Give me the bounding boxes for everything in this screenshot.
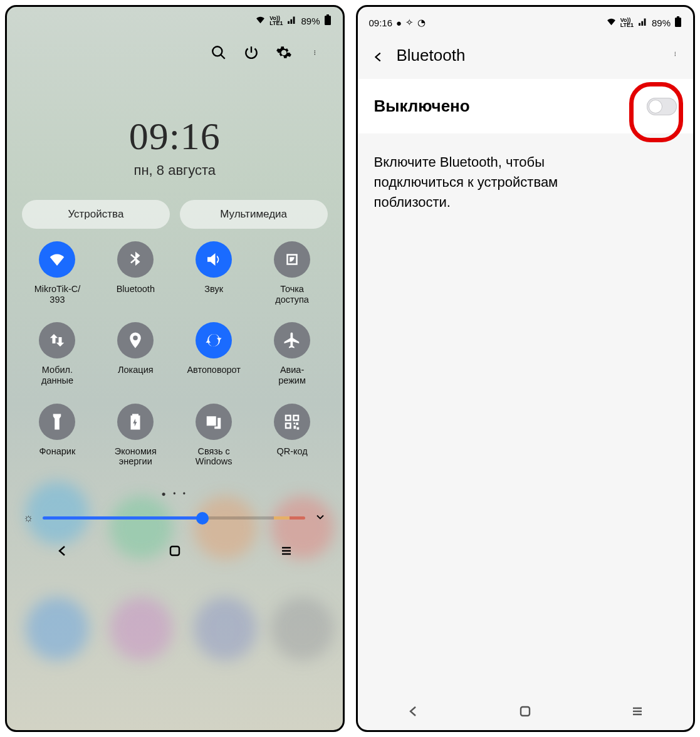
tile-row: Мобил. данные Локация Автоповорот Авиа- … (18, 322, 332, 385)
tile-label: Звук (181, 284, 246, 295)
qr-icon (274, 404, 310, 440)
status-time: 09:16 (369, 18, 393, 28)
bluetooth-state-row: Выключено (358, 79, 694, 133)
flashlight-icon (39, 404, 75, 440)
signal-icon (637, 16, 648, 29)
back-icon[interactable] (372, 49, 385, 63)
tile-label: Автоповорот (181, 365, 246, 375)
status-app-icon: ● (396, 18, 402, 28)
battery-percent: 89% (301, 16, 320, 26)
tile-label: QR-код (259, 446, 325, 457)
battery-icon (324, 14, 332, 28)
svg-rect-0 (325, 16, 331, 25)
toggle-knob (649, 100, 662, 113)
tile-flashlight[interactable]: Фонарик (24, 404, 90, 467)
mobiledata-icon (39, 322, 75, 358)
svg-rect-7 (170, 546, 179, 555)
tile-label: Bluetooth (103, 284, 168, 295)
tab-media[interactable]: Мультимедиа (180, 200, 328, 229)
gear-icon[interactable] (275, 44, 293, 61)
tile-windowslink[interactable]: Связь с Windows (181, 404, 246, 467)
navigation-bar (7, 537, 343, 567)
brightness-row: ☼ (7, 507, 343, 537)
autorotate-icon (196, 322, 232, 358)
clock-date: пн, 8 августа (7, 162, 343, 179)
tile-powersave[interactable]: Экономия энергии (103, 404, 168, 467)
wifi-icon (606, 16, 617, 29)
tile-label: Экономия энергии (103, 446, 168, 467)
nav-home-icon[interactable] (518, 704, 533, 721)
status-bar: Vo)) LTE1 89% (7, 7, 343, 30)
battery-saver-icon (117, 404, 154, 440)
network-type-label: Vo)) LTE1 (620, 18, 634, 28)
tile-wifi[interactable]: MikroTik-C/ 393 (24, 241, 90, 305)
tile-label: Фонарик (24, 446, 90, 457)
status-bar: 09:16 ● ✧ ◔ Vo)) LTE1 89% (358, 7, 694, 33)
bluetooth-hint-text: Включите Bluetooth, чтобы подключиться к… (358, 133, 627, 231)
network-type-label: Vo)) LTE1 (269, 16, 283, 26)
tile-bluetooth[interactable]: Bluetooth (103, 241, 168, 305)
search-icon[interactable] (210, 44, 227, 61)
tile-qr[interactable]: QR-код (259, 404, 325, 467)
tile-row: Фонарик Экономия энергии Связь с Windows… (18, 404, 332, 467)
bluetooth-settings-screen: 09:16 ● ✧ ◔ Vo)) LTE1 89% Bluetooth Выкл… (356, 5, 696, 732)
nav-recents-icon[interactable] (630, 704, 645, 721)
tile-label: Связь с Windows (181, 446, 246, 467)
quick-panel-actions (7, 30, 343, 61)
tile-label: Авиа- режим (259, 365, 325, 385)
chevron-down-icon[interactable] (314, 511, 326, 526)
sound-icon (196, 241, 232, 278)
tile-autorotate[interactable]: Автоповорот (181, 322, 246, 385)
airplane-icon (274, 322, 310, 358)
tile-label: MikroTik-C/ 393 (24, 284, 90, 305)
page-title: Bluetooth (397, 46, 664, 65)
tile-mobiledata[interactable]: Мобил. данные (24, 322, 90, 385)
svg-point-2 (212, 46, 222, 56)
nav-home-icon[interactable] (167, 543, 182, 561)
svg-point-6 (314, 54, 315, 55)
tile-row: MikroTik-C/ 393 Bluetooth Звук Точка дос… (18, 241, 332, 305)
more-icon[interactable] (308, 44, 325, 61)
nav-recents-icon[interactable] (279, 543, 294, 561)
more-icon[interactable] (674, 46, 679, 65)
tile-sound[interactable]: Звук (181, 241, 246, 305)
svg-rect-11 (675, 18, 681, 27)
signal-icon (286, 14, 297, 27)
svg-point-5 (314, 52, 315, 53)
clock-block: 09:16 пн, 8 августа (7, 61, 343, 200)
battery-icon (674, 16, 682, 29)
svg-rect-1 (326, 14, 329, 16)
tile-hotspot[interactable]: Точка доступа (259, 241, 325, 305)
navigation-bar (358, 695, 694, 730)
slider-thumb[interactable] (196, 512, 209, 525)
status-app-icon: ✧ (405, 17, 414, 28)
svg-point-4 (314, 50, 315, 51)
tile-label: Точка доступа (259, 284, 325, 305)
hotspot-icon (274, 241, 310, 278)
battery-percent: 89% (652, 18, 671, 28)
wifi-icon (39, 241, 75, 278)
settings-header: Bluetooth (358, 33, 694, 79)
svg-rect-16 (521, 707, 530, 716)
power-icon[interactable] (243, 44, 260, 61)
wifi-icon (255, 14, 266, 27)
brightness-slider[interactable] (43, 516, 305, 520)
tile-label: Мобил. данные (24, 365, 90, 385)
status-app-icon: ◔ (417, 17, 426, 28)
bluetooth-toggle[interactable] (647, 98, 677, 115)
quick-tiles: MikroTik-C/ 393 Bluetooth Звук Точка дос… (7, 229, 343, 487)
tile-label: Локация (103, 365, 168, 375)
tab-devices[interactable]: Устройства (22, 200, 170, 229)
page-indicator[interactable]: ● • • (7, 487, 343, 507)
svg-line-3 (221, 55, 225, 59)
nav-back-icon[interactable] (55, 543, 70, 561)
location-icon (117, 322, 154, 358)
clock-time: 09:16 (7, 114, 343, 159)
quick-settings-screen: Vo)) LTE1 89% 09:16 пн, 8 августа Устрой… (5, 5, 345, 732)
tile-airplane[interactable]: Авиа- режим (259, 322, 325, 385)
tile-location[interactable]: Локация (103, 322, 168, 385)
svg-rect-12 (677, 16, 679, 18)
svg-point-13 (675, 51, 676, 52)
nav-back-icon[interactable] (406, 704, 421, 721)
svg-point-14 (675, 53, 676, 54)
